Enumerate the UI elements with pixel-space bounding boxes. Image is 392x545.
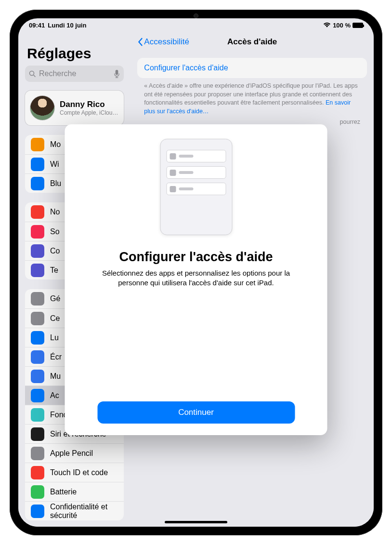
sidebar-item-icon bbox=[31, 244, 44, 258]
sidebar-item-icon bbox=[31, 312, 44, 325]
sidebar-item-label: Co bbox=[50, 247, 60, 255]
sidebar-item-icon bbox=[31, 138, 44, 151]
sidebar-item-icon bbox=[31, 408, 44, 422]
sidebar-item-icon bbox=[31, 466, 44, 479]
sidebar-item-label: No bbox=[50, 208, 60, 216]
sidebar-item-label: Te bbox=[50, 266, 58, 275]
account-sub: Compte Apple, iCloud+, médias bbox=[60, 109, 119, 116]
continue-button[interactable]: Continuer bbox=[97, 401, 295, 424]
sidebar-item-label: Ac bbox=[50, 391, 59, 400]
sidebar-item-icon bbox=[31, 264, 44, 277]
sidebar-item-icon bbox=[31, 331, 44, 345]
chevron-left-icon bbox=[137, 38, 143, 46]
ipad-device: 09:41 Lundi 10 juin 100 % Réglages Reche… bbox=[10, 10, 382, 535]
sidebar-item-icon bbox=[31, 505, 44, 518]
front-camera bbox=[194, 13, 198, 18]
sidebar-item-label: Gé bbox=[50, 294, 60, 303]
sidebar-item-label: Écr bbox=[50, 353, 62, 361]
status-time: 09:41 bbox=[29, 22, 45, 29]
search-input[interactable]: Recherche bbox=[25, 66, 124, 82]
battery-icon bbox=[353, 23, 363, 28]
sidebar-item-label: Apple Pencil bbox=[50, 449, 93, 458]
configure-link[interactable]: Configurer l'accès d'aide bbox=[137, 58, 367, 78]
sidebar-item-icon bbox=[31, 350, 44, 364]
avatar bbox=[30, 95, 55, 120]
account-card[interactable]: Danny Rico Compte Apple, iCloud+, médias bbox=[25, 91, 124, 125]
modal-body: Sélectionnez des apps et personnalisez l… bbox=[93, 268, 300, 288]
account-name: Danny Rico bbox=[60, 100, 119, 109]
sidebar-item[interactable]: Batterie bbox=[25, 482, 124, 501]
status-bar: 09:41 Lundi 10 juin 100 % bbox=[18, 18, 374, 32]
back-button[interactable]: Accessibilité bbox=[137, 37, 189, 47]
sidebar-item-icon bbox=[31, 389, 44, 402]
home-indicator[interactable] bbox=[165, 521, 227, 523]
sidebar-item-icon bbox=[31, 427, 44, 441]
sidebar-item-label: Mu bbox=[50, 372, 61, 381]
svg-rect-2 bbox=[116, 70, 118, 75]
status-date: Lundi 10 juin bbox=[48, 22, 86, 29]
sidebar-item-label: Mo bbox=[50, 140, 61, 149]
nav-bar: Accessibilité Accès d'aide bbox=[137, 32, 367, 52]
back-label: Accessibilité bbox=[144, 37, 189, 47]
modal-title: Configurer l'accès d'aide bbox=[119, 250, 273, 265]
screen: 09:41 Lundi 10 juin 100 % Réglages Reche… bbox=[18, 18, 374, 527]
sidebar-item-label: Confidentialité et sécurité bbox=[50, 503, 118, 520]
sidebar-item-icon bbox=[31, 205, 44, 219]
sidebar-item[interactable]: Apple Pencil bbox=[25, 443, 124, 463]
svg-point-0 bbox=[30, 71, 34, 75]
sidebar-item-icon bbox=[31, 485, 44, 499]
configure-card: Configurer l'accès d'aide bbox=[137, 58, 367, 78]
sidebar-item-icon bbox=[31, 447, 44, 460]
search-placeholder: Recherche bbox=[39, 69, 76, 78]
svg-line-1 bbox=[34, 75, 36, 77]
mic-icon[interactable] bbox=[114, 70, 120, 78]
setup-modal: Configurer l'accès d'aide Sélectionnez d… bbox=[65, 124, 327, 435]
sidebar-item-icon bbox=[31, 370, 44, 383]
search-icon bbox=[29, 70, 36, 78]
sidebar-item[interactable]: Confidentialité et sécurité bbox=[25, 501, 124, 520]
wifi-icon bbox=[323, 22, 331, 28]
sidebar-item-label: Blu bbox=[50, 179, 61, 188]
sidebar-item[interactable]: Touch ID et code bbox=[25, 463, 124, 482]
sidebar-item-icon bbox=[31, 292, 44, 306]
sidebar-item-label: Wi bbox=[50, 160, 59, 169]
sidebar-item-label: Lu bbox=[50, 333, 59, 342]
sidebar-item-label: So bbox=[50, 227, 60, 236]
description-extra: xxxxxxxxxxxxxxxxxxxxxxxxxxxxxxxxxxxxxxxx… bbox=[137, 116, 367, 125]
sidebar-item-label: Ce bbox=[50, 314, 60, 323]
sidebar-item-icon bbox=[31, 158, 44, 171]
settings-title: Réglages bbox=[27, 45, 124, 62]
sidebar-item-label: Batterie bbox=[50, 488, 77, 496]
sidebar-item-icon bbox=[31, 225, 44, 239]
battery-percent: 100 % bbox=[333, 22, 351, 29]
description-text: « Accès d'aide » offre une expérience d'… bbox=[137, 78, 367, 116]
modal-illustration bbox=[160, 139, 232, 235]
sidebar-item-icon bbox=[31, 177, 44, 190]
sidebar-item-label: Touch ID et code bbox=[50, 468, 108, 477]
